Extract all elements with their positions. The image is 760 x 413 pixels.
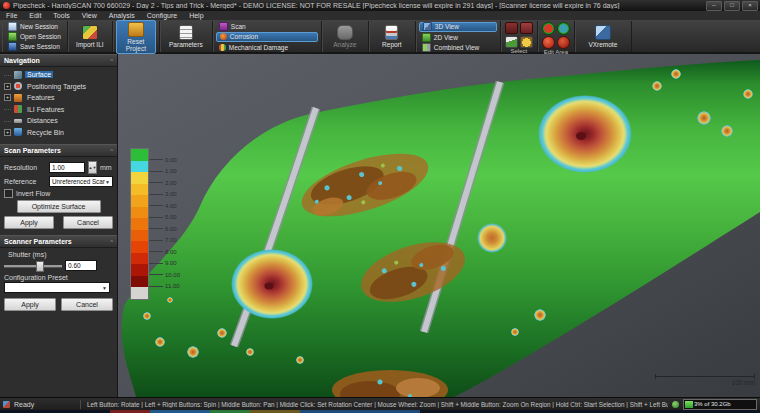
tree-item-surface[interactable]: Surface <box>2 69 117 81</box>
mode-group: Scan Corrosion Mechanical Damage <box>213 21 322 52</box>
parameters-table-icon <box>179 25 193 40</box>
shutter-value-input[interactable] <box>65 260 97 271</box>
scale-bar: 100 mm <box>655 376 755 386</box>
save-session-button[interactable]: Save Session <box>5 42 64 51</box>
collapse-icon[interactable]: ^ <box>110 239 113 245</box>
menu-item[interactable]: File <box>0 11 23 20</box>
import-ili-button[interactable]: Import ILI <box>71 24 109 49</box>
tree-item-recycle-bin[interactable]: + Recycle Bin <box>2 127 117 139</box>
legend-labels: 0.00 1.00 2.00 3.00 <box>149 154 180 300</box>
resolution-unit: mm <box>100 164 112 171</box>
legend-color-cell <box>131 207 148 219</box>
shutter-slider[interactable] <box>4 260 62 271</box>
scan-mode-button[interactable]: Scan <box>216 22 318 31</box>
tree-item-features[interactable]: + Features <box>2 92 117 104</box>
viewport-3d[interactable]: 0.00 1.00 2.00 3.00 <box>118 54 760 397</box>
remove-area-icon[interactable] <box>542 36 555 49</box>
legend-tick-label: 1.00 <box>165 168 177 174</box>
legend-tick-label: 0.00 <box>165 157 177 163</box>
scanner-parameters-panel: Scanner Parameters ^ Shutter (ms) Config… <box>0 235 117 313</box>
menu-item[interactable]: View <box>76 11 103 20</box>
vxremote-button[interactable]: VXremote <box>578 24 628 49</box>
edit-area-pencil-icon[interactable] <box>557 22 570 35</box>
lasso-select-icon[interactable] <box>520 36 533 48</box>
menu-item[interactable]: Help <box>183 11 209 20</box>
spinner-control[interactable]: ▲▼ <box>88 161 97 174</box>
optimize-surface-button[interactable]: Optimize Surface <box>17 200 101 213</box>
collapse-icon[interactable]: ^ <box>110 148 113 154</box>
analyze-binoculars-icon <box>337 25 353 40</box>
legend-tick-label: 9.00 <box>165 260 177 266</box>
combined-view-icon <box>422 43 431 52</box>
legend-color-cell <box>131 184 148 196</box>
corrosion-mode-button[interactable]: Corrosion <box>216 32 318 42</box>
memory-icon <box>672 401 679 408</box>
menu-item[interactable]: Edit <box>23 11 47 20</box>
configuration-preset-dropdown[interactable]: ▼ <box>4 282 110 293</box>
tree-item-ili-features[interactable]: ILI Features <box>2 104 117 116</box>
menu-item[interactable]: Tools <box>47 11 75 20</box>
reference-dropdown[interactable]: Unreferenced Scan ▼ <box>49 176 113 187</box>
scan-cancel-button[interactable]: Cancel <box>63 216 113 229</box>
invert-selection-icon[interactable] <box>520 22 533 34</box>
menu-item[interactable]: Configure <box>141 11 183 20</box>
tree-item-distances[interactable]: Distances <box>2 115 117 127</box>
legend-tick-label: 6.00 <box>165 226 177 232</box>
cube-3d-icon <box>423 22 432 31</box>
tree-item-positioning-targets[interactable]: + Positioning Targets <box>2 81 117 93</box>
reference-label: Reference <box>4 178 46 185</box>
legend-leader-line <box>149 251 163 252</box>
resolution-label: Resolution <box>4 164 46 171</box>
legend-leader-line <box>149 274 163 275</box>
brush-select-icon[interactable] <box>505 36 518 48</box>
view-2d-button[interactable]: 2D View <box>419 33 497 42</box>
legend-color-cell <box>131 172 148 184</box>
combined-view-button[interactable]: Combined View <box>419 43 497 52</box>
report-group: Report <box>369 21 416 52</box>
report-button[interactable]: Report <box>372 24 412 49</box>
close-button[interactable]: × <box>742 1 758 11</box>
expander-icon[interactable]: + <box>4 83 11 90</box>
legend-leader-line <box>149 240 163 241</box>
expander-icon[interactable]: + <box>4 129 11 136</box>
mechanical-damage-icon <box>219 44 226 51</box>
legend-leader-line <box>149 171 163 172</box>
legend-leader-line <box>149 217 163 218</box>
invert-flow-checkbox[interactable] <box>4 189 13 198</box>
parameters-button[interactable]: Parameters <box>163 24 209 49</box>
reset-project-button[interactable]: Reset Project <box>116 20 156 54</box>
legend-leader-line <box>149 286 163 287</box>
scan-apply-button[interactable]: Apply <box>4 216 54 229</box>
mechanical-damage-mode-button[interactable]: Mechanical Damage <box>216 43 318 52</box>
view-3d-button[interactable]: 3D View <box>419 22 497 32</box>
legend-leader-line <box>149 205 163 206</box>
delete-area-icon[interactable] <box>557 36 570 49</box>
minimize-button[interactable]: – <box>706 1 722 11</box>
legend-tick-label: 7.00 <box>165 237 177 243</box>
maximize-button[interactable]: □ <box>724 1 740 11</box>
clear-selection-icon[interactable] <box>505 22 518 34</box>
legend-tick-label: 2.00 <box>165 180 177 186</box>
expander-icon[interactable]: + <box>4 94 11 101</box>
legend-color-cell <box>131 195 148 207</box>
add-area-icon[interactable] <box>542 22 555 35</box>
memory-gauge: 3% of 30.2Gb <box>683 399 757 410</box>
configuration-preset-label: Configuration Preset <box>4 274 113 281</box>
reset-project-icon <box>128 22 144 37</box>
legend-tick-label: 10.00 <box>165 272 180 278</box>
menu-item[interactable]: Analysis <box>103 11 141 20</box>
resolution-input[interactable] <box>49 162 85 173</box>
positioning-targets-icon <box>14 82 22 90</box>
slider-thumb[interactable] <box>36 261 44 272</box>
analyze-button[interactable]: Analyze <box>325 24 365 49</box>
open-session-button[interactable]: Open Session <box>5 32 64 41</box>
collapse-icon[interactable]: ^ <box>110 58 113 64</box>
new-session-icon <box>8 22 17 31</box>
save-disk-icon <box>8 42 17 51</box>
legend-leader-line <box>149 228 163 229</box>
legend-tick-label: 8.00 <box>165 249 177 255</box>
new-session-button[interactable]: New Session <box>5 22 64 31</box>
scanner-cancel-button[interactable]: Cancel <box>61 298 113 311</box>
legend-color-cell <box>131 218 148 230</box>
scanner-apply-button[interactable]: Apply <box>4 298 56 311</box>
